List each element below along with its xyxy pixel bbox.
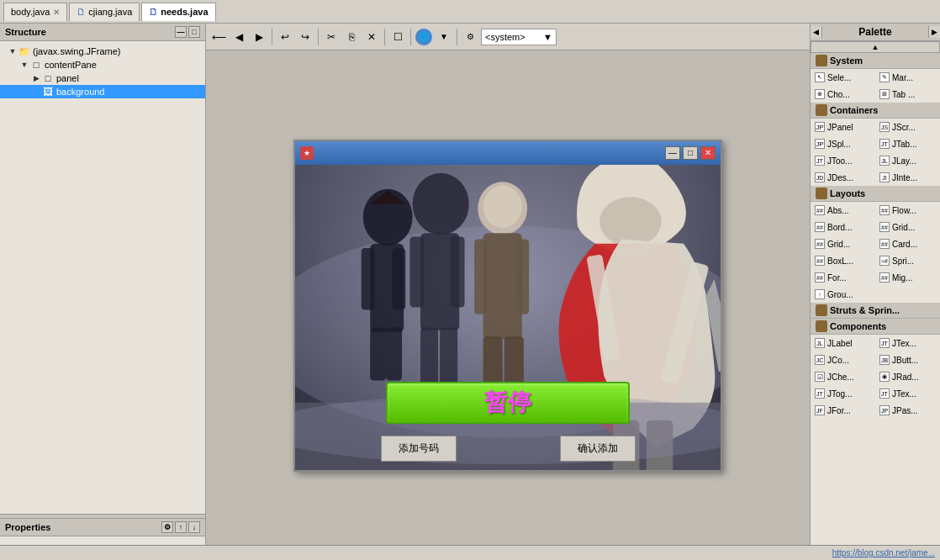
image-icon: 🖼 xyxy=(42,86,54,98)
tab-body-java[interactable]: body.java ✕ xyxy=(3,3,67,21)
palette-item-select[interactable]: ↖ Sele... xyxy=(811,69,875,86)
add-number-btn[interactable]: 添加号码 xyxy=(381,436,457,462)
palette-item-group[interactable]: ↑ Grou... xyxy=(811,286,875,303)
palette-up-btn[interactable]: ▲ xyxy=(811,41,940,53)
palette-item-tab[interactable]: ⊞ Tab ... xyxy=(875,86,940,103)
palette-item-jtoolbar[interactable]: JT JToo... xyxy=(811,152,875,169)
section-folder-icon xyxy=(816,104,827,116)
palette-scroll-left[interactable]: ◀ xyxy=(811,26,822,38)
properties-title: Properties xyxy=(5,522,50,532)
app-window-preview: ★ — □ ✕ xyxy=(293,140,722,472)
palette-item-jsplit[interactable]: JP JSpl... xyxy=(811,135,875,152)
palette-item-box[interactable]: ## BoxL... xyxy=(811,252,875,269)
palette-item-jscroll[interactable]: JS JScr... xyxy=(875,119,940,135)
palette-item-spring[interactable]: ≈# Spri... xyxy=(875,252,940,269)
toolbar-btn-align[interactable]: ☐ xyxy=(388,28,407,46)
choose-icon: ⊕ xyxy=(815,89,825,99)
jtoolbar-icon: JT xyxy=(815,156,825,166)
section-label: System xyxy=(830,55,863,66)
pause-button-text: 暂停 xyxy=(484,387,531,419)
palette-scroll-right[interactable]: ▶ xyxy=(928,26,940,38)
toolbar-btn-undo[interactable]: ↩ xyxy=(276,28,294,46)
palette-item-jpassword[interactable]: JP JPas... xyxy=(875,402,940,419)
palette-item-jcheck[interactable]: ☑ JChe... xyxy=(811,368,875,385)
select-icon: ↖ xyxy=(815,72,825,82)
tree-item-jframe[interactable]: ▼ 📁 (javax.swing.JFrame) xyxy=(0,45,205,58)
palette-item-jcombo[interactable]: JC JCo... xyxy=(811,351,875,368)
tab-cjiang-java[interactable]: 🗋 cjiang.java xyxy=(69,3,140,21)
expand-arrow[interactable]: ▶ xyxy=(30,72,42,84)
toolbar-settings-icon[interactable]: ⚙ xyxy=(461,28,479,46)
prop-icon2[interactable]: ↑ xyxy=(175,521,187,533)
palette-item-jinternalframe[interactable]: JI JInte... xyxy=(875,169,940,186)
svg-rect-15 xyxy=(451,236,465,307)
status-link[interactable]: https://blog.csdn.net/jame... xyxy=(832,548,935,557)
structure-maximize-btn[interactable]: □ xyxy=(188,26,200,38)
toolbar-btn-copy[interactable]: ⎘ xyxy=(342,28,361,46)
section-folder-icon xyxy=(816,188,827,199)
section-label: Layouts xyxy=(830,188,865,198)
svg-rect-9 xyxy=(386,327,402,380)
system-dropdown[interactable]: <system> ▼ xyxy=(481,29,557,45)
toolbar-btn-prev[interactable]: ⟵ xyxy=(209,28,228,46)
palette-item-grid[interactable]: ## Grid... xyxy=(875,219,940,235)
system-label: <system> xyxy=(485,32,525,42)
palette-title: Palette xyxy=(822,24,928,40)
svg-rect-16 xyxy=(420,327,438,384)
toolbar-btn-nav2[interactable]: ▶ xyxy=(250,28,268,46)
prop-icon1[interactable]: ⚙ xyxy=(161,521,173,533)
toolbar-sep-1 xyxy=(272,29,272,45)
palette-item-gridlayout[interactable]: ## Grid... xyxy=(811,235,875,252)
toolbar-dropdown-arrow[interactable]: ▼ xyxy=(435,28,453,46)
palette-item-absolute[interactable]: ## Abs... xyxy=(811,202,875,219)
palette-item-jformat[interactable]: JF JFor... xyxy=(811,402,875,419)
toolbar-btn-cut[interactable]: ✂ xyxy=(322,28,341,46)
file-icon: 🗋 xyxy=(77,7,86,17)
palette-item-jlayered[interactable]: JL JLay... xyxy=(875,152,940,169)
palette-item-jlabel[interactable]: JL JLabel xyxy=(811,335,875,351)
toolbar-btn-redo[interactable]: ↪ xyxy=(296,28,314,46)
palette-item-jradio[interactable]: ◉ JRad... xyxy=(875,368,940,385)
palette-item-choose[interactable]: ⊕ Cho... xyxy=(811,86,875,103)
palette-item-marker[interactable]: ✎ Mar... xyxy=(875,69,940,86)
container-items: JP JPanel JS JScr... JP JSpl... JT JTab.… xyxy=(811,119,940,186)
palette-item-jdesktop[interactable]: JD JDes... xyxy=(811,169,875,186)
properties-header-buttons: ⚙ ↑ ↓ xyxy=(161,521,200,533)
tab-needs-java[interactable]: 🗋 needs.java xyxy=(141,3,215,21)
maximize-btn[interactable]: □ xyxy=(683,146,698,160)
pause-button[interactable]: 暂停 xyxy=(386,382,630,424)
structure-minimize-btn[interactable]: — xyxy=(175,26,187,38)
card-icon: ## xyxy=(879,239,890,249)
palette-item-jtab[interactable]: JT JTab... xyxy=(875,135,940,152)
toolbar-globe-btn[interactable]: 🌐 xyxy=(415,28,433,46)
close-btn[interactable]: ✕ xyxy=(700,146,716,160)
toolbar-btn-nav1[interactable]: ◀ xyxy=(230,28,248,46)
palette-content: System ↖ Sele... ✎ Mar... ⊕ Cho... ⊞ Tab… xyxy=(811,53,940,548)
palette-section-struts: Struts & Sprin... xyxy=(811,303,940,319)
prop-icon3[interactable]: ↓ xyxy=(188,521,200,533)
tab-close-icon[interactable]: ✕ xyxy=(53,8,60,17)
tree-item-label: contentPane xyxy=(45,60,97,70)
palette-item-jtoggle[interactable]: JT JTog... xyxy=(811,385,875,402)
palette-item-jtextarea[interactable]: JT JTex... xyxy=(875,385,940,402)
tab-icon: ⊞ xyxy=(879,89,890,99)
toolbar-btn-delete[interactable]: ✕ xyxy=(362,28,381,46)
palette-item-mig[interactable]: ## Mig... xyxy=(875,269,940,286)
structure-header-buttons: — □ xyxy=(175,26,200,38)
tree-item-contentpane[interactable]: ▼ □ contentPane xyxy=(0,58,205,71)
palette-item-jtextfield[interactable]: JT JTex... xyxy=(875,335,940,351)
palette-item-card[interactable]: ## Card... xyxy=(875,235,940,252)
palette-item-flow[interactable]: ## Flow... xyxy=(875,202,940,219)
palette-section-components: Components xyxy=(811,319,940,335)
palette-item-jpanel[interactable]: JP JPanel xyxy=(811,119,875,135)
confirm-add-btn[interactable]: 确认添加 xyxy=(560,436,636,462)
expand-arrow[interactable]: ▼ xyxy=(7,45,18,57)
minimize-btn[interactable]: — xyxy=(665,146,680,160)
palette-item-jbutton[interactable]: JB JButt... xyxy=(875,351,940,368)
palette-item-form[interactable]: ## For... xyxy=(811,269,875,286)
palette-item-border[interactable]: ## Bord... xyxy=(811,219,875,235)
tree-item-background[interactable]: 🖼 background xyxy=(0,85,205,98)
titlebar-controls: — □ ✕ xyxy=(665,146,716,160)
expand-arrow[interactable]: ▼ xyxy=(18,59,30,71)
tree-item-panel[interactable]: ▶ □ panel xyxy=(0,71,205,85)
